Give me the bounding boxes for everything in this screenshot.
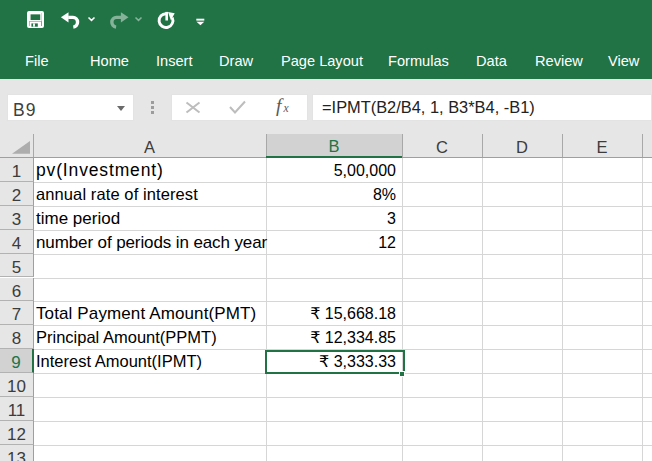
- svg-text:x: x: [283, 102, 290, 114]
